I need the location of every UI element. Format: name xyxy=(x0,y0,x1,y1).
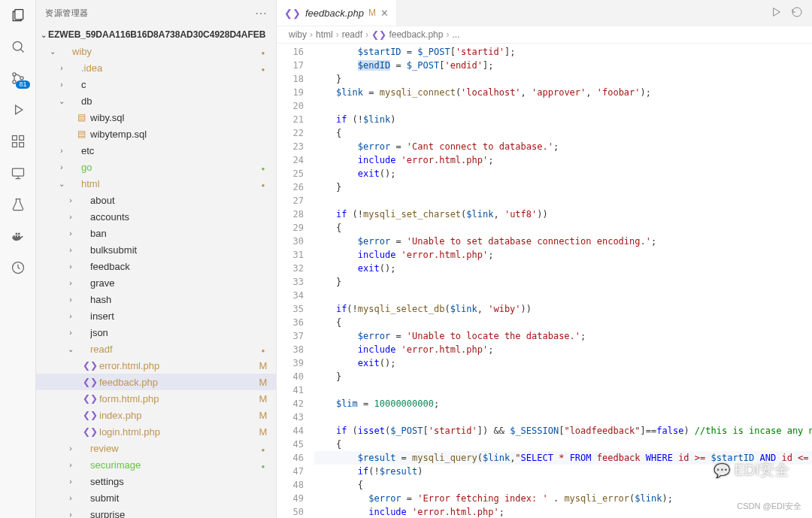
svg-rect-8 xyxy=(19,136,23,141)
tree-item[interactable]: ›insert xyxy=(36,307,276,324)
code-editor[interactable]: 1617181920212223242526272829303132333435… xyxy=(277,44,812,518)
docker-icon[interactable] xyxy=(9,227,27,245)
tree-item[interactable]: ›json xyxy=(36,324,276,341)
tree-item[interactable]: ›settings xyxy=(36,473,276,489)
more-icon[interactable]: ⋯ xyxy=(255,6,267,20)
tree-item[interactable]: ›go xyxy=(36,159,276,175)
svg-rect-9 xyxy=(12,168,23,176)
line-gutter: 1617181920212223242526272829303132333435… xyxy=(277,44,314,518)
breadcrumb[interactable]: wiby›html›readf›❮❯ feedback.php›... xyxy=(277,26,812,44)
tree-item[interactable]: ›surprise xyxy=(36,506,276,518)
tree-item[interactable]: ›bulksubmit xyxy=(36,241,276,258)
tree-item[interactable]: ❮❯form.html.phpM xyxy=(36,390,276,407)
timeline-icon[interactable] xyxy=(9,259,27,277)
breadcrumb-segment[interactable]: html xyxy=(316,29,333,40)
tree-item[interactable]: ›hash xyxy=(36,291,276,307)
tree-item[interactable]: ⌄html xyxy=(36,175,276,192)
tree-item[interactable]: ▤wibytemp.sql xyxy=(36,126,276,142)
history-icon[interactable] xyxy=(791,6,803,20)
tree-item[interactable]: ❮❯index.phpM xyxy=(36,407,276,423)
search-icon[interactable] xyxy=(9,38,27,56)
tree-item[interactable]: ›.idea xyxy=(36,59,276,76)
svg-rect-5 xyxy=(12,136,17,141)
watermark: 💬 EDI安全 xyxy=(714,460,789,480)
tree-item[interactable]: ›etc xyxy=(36,142,276,159)
extensions-icon[interactable] xyxy=(9,132,27,150)
run-debug-icon[interactable] xyxy=(9,101,27,119)
tree-item[interactable]: ▤wiby.sql xyxy=(36,109,276,126)
svg-rect-7 xyxy=(19,143,23,147)
tab-bar: ❮❯ feedback.php M ✕ xyxy=(277,0,812,26)
tab-label: feedback.php xyxy=(305,8,364,19)
tree-item[interactable]: ›feedback xyxy=(36,258,276,274)
breadcrumb-segment[interactable]: wiby xyxy=(289,29,307,40)
php-icon: ❮❯ xyxy=(284,8,301,19)
tree-item[interactable]: ›grave xyxy=(36,274,276,291)
editor: ❮❯ feedback.php M ✕ wiby›html›readf›❮❯ f… xyxy=(277,0,812,518)
breadcrumb-segment[interactable]: ... xyxy=(452,29,459,40)
breadcrumb-segment[interactable]: readf xyxy=(342,29,362,40)
tree-item[interactable]: ›about xyxy=(36,192,276,208)
source-control-icon[interactable]: 81 xyxy=(9,69,27,87)
tree-item[interactable]: ⌄wiby xyxy=(36,43,276,59)
tree-item[interactable]: ❮❯feedback.phpM xyxy=(36,374,276,390)
tree-item[interactable]: ›review xyxy=(36,440,276,456)
svg-rect-6 xyxy=(12,143,17,147)
tree-item[interactable]: ›accounts xyxy=(36,208,276,225)
wechat-icon: 💬 xyxy=(714,462,730,479)
svg-rect-0 xyxy=(14,10,23,20)
svg-point-2 xyxy=(12,73,15,76)
svg-point-4 xyxy=(20,77,23,80)
tab-feedback-php[interactable]: ❮❯ feedback.php M ✕ xyxy=(277,0,397,26)
tree-item[interactable]: ❮❯login.html.phpM xyxy=(36,423,276,440)
tree-item[interactable]: ›ban xyxy=(36,225,276,241)
activity-bar: 81 xyxy=(0,0,36,518)
tree-item[interactable]: ›c xyxy=(36,76,276,92)
tab-modified-indicator: M xyxy=(368,8,376,18)
remote-icon[interactable] xyxy=(9,164,27,182)
svg-point-3 xyxy=(12,80,15,83)
sidebar-title: 资源管理器 xyxy=(45,8,89,19)
tree-item[interactable]: ⌄db xyxy=(36,92,276,109)
tree-item[interactable]: ❮❯error.html.phpM xyxy=(36,357,276,374)
file-explorer[interactable]: ⌄ EZWEB_59DAA116B16D8A738AD30C4928D4AFEB… xyxy=(36,26,276,518)
svg-point-1 xyxy=(13,41,22,50)
tree-item[interactable]: ⌄readf xyxy=(36,341,276,357)
testing-icon[interactable] xyxy=(9,195,27,214)
root-folder[interactable]: ⌄ EZWEB_59DAA116B16D8A738AD30C4928D4AFEB xyxy=(36,26,276,43)
footer-credit: CSDN @EDI安全 xyxy=(737,501,801,512)
breadcrumb-segment[interactable]: ❮❯ feedback.php xyxy=(371,29,443,40)
close-icon[interactable]: ✕ xyxy=(380,8,389,19)
scm-badge: 81 xyxy=(16,80,29,89)
tree-item[interactable]: ›submit xyxy=(36,489,276,506)
code-content[interactable]: $startID = $_POST['startid']; $endID = $… xyxy=(314,44,812,518)
explorer-icon[interactable] xyxy=(9,6,27,24)
sidebar: 资源管理器 ⋯ ⌄ EZWEB_59DAA116B16D8A738AD30C49… xyxy=(36,0,277,518)
run-icon[interactable] xyxy=(770,6,782,20)
tree-item[interactable]: ›securimage xyxy=(36,456,276,473)
